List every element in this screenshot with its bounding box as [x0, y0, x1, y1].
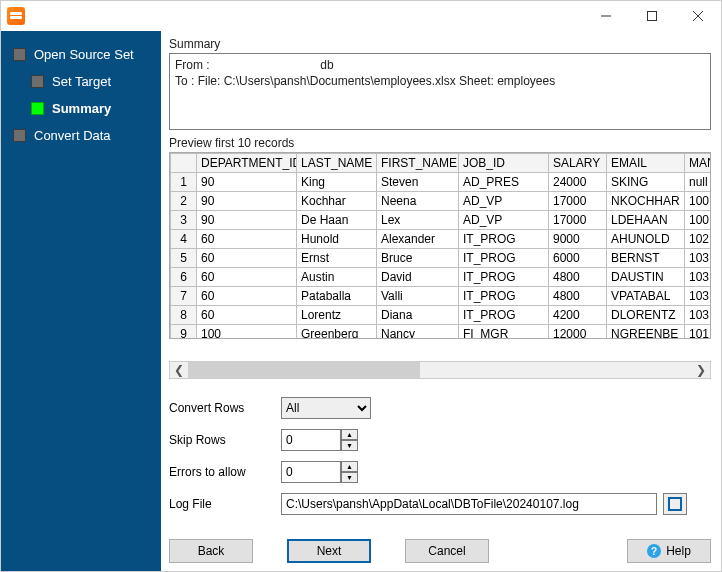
cell: Bruce	[377, 248, 459, 267]
cell: Neena	[377, 191, 459, 210]
table-row[interactable]: 560ErnstBruceIT_PROG6000BERNST103	[171, 248, 712, 267]
col-header[interactable]: LAST_NAME	[297, 153, 377, 172]
cell: IT_PROG	[459, 305, 549, 324]
cell: DLORENTZ	[607, 305, 685, 324]
cell: 100	[197, 324, 297, 339]
cell: 90	[197, 191, 297, 210]
table-row[interactable]: 190KingStevenAD_PRES24000SKINGnull	[171, 172, 712, 191]
scroll-thumb[interactable]	[188, 362, 420, 378]
cell: AD_VP	[459, 210, 549, 229]
sidebar-item-set-target[interactable]: Set Target	[9, 68, 161, 95]
skip-rows-up[interactable]: ▲	[341, 429, 358, 440]
table-row[interactable]: 860LorentzDianaIT_PROG4200DLORENTZ103	[171, 305, 712, 324]
step-box-icon	[31, 75, 44, 88]
cell: Ernst	[297, 248, 377, 267]
cell: DAUSTIN	[607, 267, 685, 286]
row-number: 8	[171, 305, 197, 324]
help-icon: ?	[647, 544, 661, 558]
skip-rows-input[interactable]	[281, 429, 341, 451]
cell: Diana	[377, 305, 459, 324]
skip-rows-down[interactable]: ▼	[341, 440, 358, 451]
cell: 9000	[549, 229, 607, 248]
cell: 17000	[549, 191, 607, 210]
step-box-icon	[13, 129, 26, 142]
sidebar-item-open-source-set[interactable]: Open Source Set	[9, 41, 161, 68]
table-row[interactable]: 460HunoldAlexanderIT_PROG9000AHUNOLD102	[171, 229, 712, 248]
errors-up[interactable]: ▲	[341, 461, 358, 472]
cell: Kochhar	[297, 191, 377, 210]
cell: Pataballa	[297, 286, 377, 305]
scroll-right-icon[interactable]: ❯	[692, 363, 710, 377]
browse-logfile-button[interactable]	[663, 493, 687, 515]
app-icon	[7, 7, 25, 25]
sidebar-item-convert-data[interactable]: Convert Data	[9, 122, 161, 149]
col-header[interactable]: SALARY	[549, 153, 607, 172]
table-row[interactable]: 290KochharNeenaAD_VP17000NKOCHHAR100	[171, 191, 712, 210]
cell: 4200	[549, 305, 607, 324]
sidebar-item-label: Summary	[52, 101, 111, 116]
back-button[interactable]: Back	[169, 539, 253, 563]
errors-down[interactable]: ▼	[341, 472, 358, 483]
cell: Hunold	[297, 229, 377, 248]
summary-heading: Summary	[169, 37, 711, 51]
sidebar-item-summary[interactable]: Summary	[9, 95, 161, 122]
cell: David	[377, 267, 459, 286]
preview-table: DEPARTMENT_ID LAST_NAME FIRST_NAME JOB_I…	[169, 152, 711, 339]
step-box-icon	[31, 102, 44, 115]
minimize-button[interactable]	[583, 1, 629, 31]
table-row[interactable]: 390De HaanLexAD_VP17000LDEHAAN100	[171, 210, 712, 229]
cell: AD_PRES	[459, 172, 549, 191]
next-button[interactable]: Next	[287, 539, 371, 563]
col-header[interactable]: JOB_ID	[459, 153, 549, 172]
cell: King	[297, 172, 377, 191]
cell: De Haan	[297, 210, 377, 229]
cell: 24000	[549, 172, 607, 191]
cell: Alexander	[377, 229, 459, 248]
sidebar-item-label: Open Source Set	[34, 47, 134, 62]
cell: 103	[685, 286, 712, 305]
cell: Nancy	[377, 324, 459, 339]
cell: IT_PROG	[459, 229, 549, 248]
cell: 60	[197, 305, 297, 324]
cell: LDEHAAN	[607, 210, 685, 229]
cell: 6000	[549, 248, 607, 267]
table-row[interactable]: 760PataballaValliIT_PROG4800VPATABAL103	[171, 286, 712, 305]
cell: Lorentz	[297, 305, 377, 324]
row-number: 1	[171, 172, 197, 191]
cell: 60	[197, 286, 297, 305]
errors-allow-label: Errors to allow	[169, 465, 281, 479]
col-header[interactable]: DEPARTMENT_ID	[197, 153, 297, 172]
row-number: 6	[171, 267, 197, 286]
browse-icon	[668, 497, 682, 511]
errors-allow-input[interactable]	[281, 461, 341, 483]
table-row[interactable]: 660AustinDavidIT_PROG4800DAUSTIN103	[171, 267, 712, 286]
cell: IT_PROG	[459, 267, 549, 286]
preview-heading: Preview first 10 records	[169, 136, 711, 150]
table-row[interactable]: 9100GreenbergNancyFI_MGR12000NGREENBE101	[171, 324, 712, 339]
convert-rows-select[interactable]: All	[281, 397, 371, 419]
col-header[interactable]: FIRST_NAME	[377, 153, 459, 172]
summary-to-line: To : File: C:\Users\pansh\Documents\empl…	[175, 73, 705, 89]
cell: SKING	[607, 172, 685, 191]
close-button[interactable]	[675, 1, 721, 31]
maximize-button[interactable]	[629, 1, 675, 31]
cell: 103	[685, 267, 712, 286]
row-number: 7	[171, 286, 197, 305]
col-header[interactable]: EMAIL	[607, 153, 685, 172]
cell: 103	[685, 305, 712, 324]
help-button[interactable]: ? Help	[627, 539, 711, 563]
cell: 101	[685, 324, 712, 339]
cell: IT_PROG	[459, 286, 549, 305]
help-label: Help	[666, 544, 691, 558]
row-number: 4	[171, 229, 197, 248]
cell: Lex	[377, 210, 459, 229]
cell: Valli	[377, 286, 459, 305]
logfile-input[interactable]	[281, 493, 657, 515]
col-header[interactable]: MANAG	[685, 153, 712, 172]
cell: 4800	[549, 286, 607, 305]
cell: BERNST	[607, 248, 685, 267]
cancel-button[interactable]: Cancel	[405, 539, 489, 563]
cell: 60	[197, 229, 297, 248]
horizontal-scrollbar[interactable]: ❮ ❯	[169, 361, 711, 379]
scroll-left-icon[interactable]: ❮	[170, 363, 188, 377]
